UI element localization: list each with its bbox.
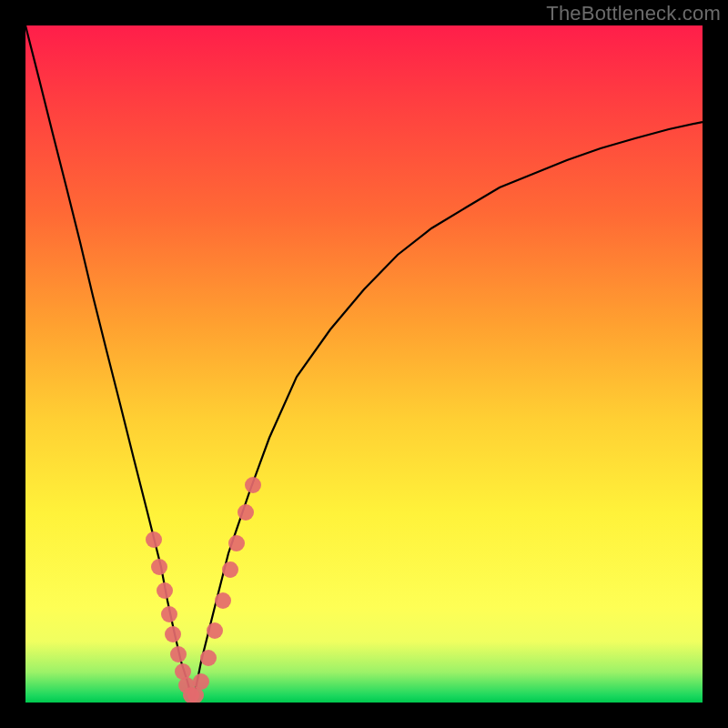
svg-point-11 <box>200 650 217 666</box>
chart-frame: TheBottleneck.com <box>0 0 728 728</box>
svg-point-2 <box>157 582 173 599</box>
chart-svg <box>25 25 703 703</box>
svg-point-10 <box>193 673 209 690</box>
svg-point-17 <box>245 477 261 493</box>
svg-point-5 <box>170 646 187 662</box>
plot-area <box>25 25 703 703</box>
line-left-branch <box>25 25 193 703</box>
watermark-text: TheBottleneck.com <box>546 2 721 25</box>
svg-point-15 <box>228 535 245 551</box>
svg-point-14 <box>222 561 238 578</box>
svg-point-13 <box>215 592 231 609</box>
line-right-branch <box>193 122 703 703</box>
series-group <box>25 25 703 703</box>
svg-point-16 <box>238 504 254 521</box>
svg-point-3 <box>161 606 177 622</box>
svg-point-12 <box>207 622 223 639</box>
svg-point-4 <box>165 626 181 642</box>
svg-point-0 <box>146 531 162 548</box>
series-highlight-dots <box>146 477 261 703</box>
svg-point-1 <box>151 559 167 575</box>
